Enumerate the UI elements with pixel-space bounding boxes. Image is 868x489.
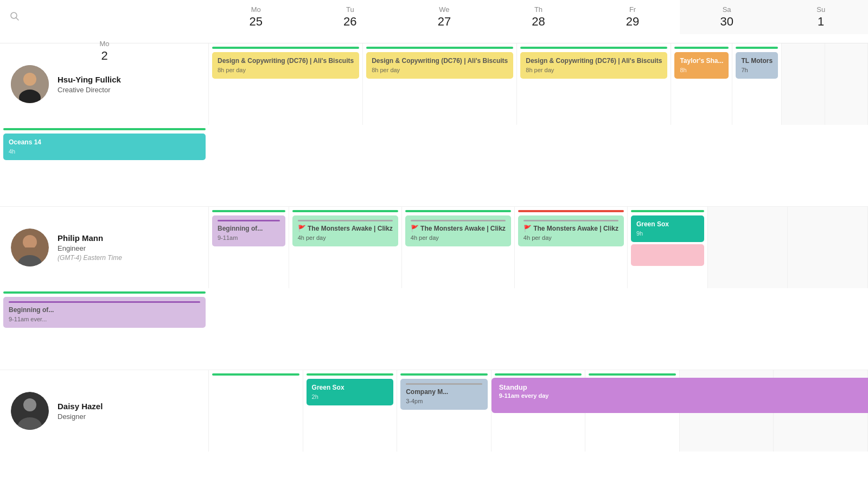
avatar-hsu-ying: [11, 65, 49, 103]
svg-rect-8: [23, 247, 37, 253]
svg-line-1: [16, 17, 19, 20]
hsu-ying-day-6: [825, 43, 868, 125]
philip-day-4: Green Sox 9h: [628, 207, 708, 288]
person-row-philip: Philip Mann Engineer (GMT-4) Eastern Tim…: [0, 207, 868, 370]
daisy-day-7: [0, 452, 209, 489]
avail-bar: [518, 210, 624, 212]
calendar-body: Hsu-Ying Fullick Creative Director Desig…: [0, 43, 868, 489]
avatar-philip: [11, 228, 49, 266]
avail-bar: [589, 373, 676, 376]
hsu-ying-day-3: Taylor's Sha... 8h: [671, 43, 732, 125]
search-icon[interactable]: [10, 11, 20, 23]
day-header-4: Fr 29: [585, 0, 680, 34]
person-row-daisy: Daisy Hazel Designer Green Sox 2h: [0, 370, 868, 489]
daisy-day-3: Standup 9-11am every day: [492, 370, 586, 452]
philip-day-6: [788, 207, 868, 288]
person-rows: Hsu-Ying Fullick Creative Director Desig…: [0, 43, 868, 489]
avail-bar: [212, 373, 299, 376]
person-role-daisy: Designer: [58, 412, 103, 421]
avail-bar: [736, 47, 778, 49]
philip-day-1: 🚩 The Monsters Awake | Clikz 4h per day: [289, 207, 402, 288]
day-header-6: Su 1: [774, 0, 868, 34]
person-details-daisy: Daisy Hazel Designer: [58, 402, 103, 421]
day-header-0: Mo 25: [209, 0, 303, 34]
avail-bar: [212, 47, 359, 49]
person-info-daisy: Daisy Hazel Designer: [0, 370, 209, 452]
daisy-day-1: Green Sox 2h: [303, 370, 398, 452]
event-block[interactable]: Design & Copywriting (DC76) | Ali's Bisc…: [366, 52, 513, 79]
day-header-2: We 27: [397, 0, 492, 34]
standup-event[interactable]: Standup 9-11am every day: [492, 378, 868, 413]
philip-day-2: 🚩 The Monsters Awake | Clikz 4h per day: [402, 207, 515, 288]
avail-bar: [495, 373, 582, 376]
avail-bar: [307, 373, 394, 376]
philip-day-7: Beginning of... 9-11am ever...: [0, 288, 209, 370]
event-block[interactable]: 🚩 The Monsters Awake | Clikz 4h per day: [518, 215, 624, 246]
avail-bar: [674, 47, 729, 49]
person-role-philip: Engineer: [58, 244, 122, 252]
event-block[interactable]: Green Sox 9h: [631, 215, 704, 242]
calendar-header: Mo 25 Tu 26 We 27 Th 28 Fr 29 Sa 30 Su 1…: [0, 0, 868, 43]
svg-point-6: [23, 235, 37, 249]
person-details-philip: Philip Mann Engineer (GMT-4) Eastern Tim…: [58, 233, 122, 262]
avail-bar: [366, 47, 513, 49]
event-block[interactable]: Design & Copywriting (DC76) | Ali's Bisc…: [520, 52, 667, 79]
hsu-ying-day-5: [782, 43, 825, 125]
avail-bar: [3, 128, 206, 130]
avail-bar: [292, 210, 398, 212]
hsu-ying-day-1: Design & Copywriting (DC76) | Ali's Bisc…: [363, 43, 517, 125]
person-row-hsu-ying: Hsu-Ying Fullick Creative Director Desig…: [0, 43, 868, 207]
avail-bar: [520, 47, 667, 49]
person-name-hsu-ying: Hsu-Ying Fullick: [58, 75, 121, 84]
person-role-hsu-ying: Creative Director: [58, 86, 121, 94]
person-info-hsu-ying: Hsu-Ying Fullick Creative Director: [0, 43, 209, 125]
philip-day-5: [708, 207, 788, 288]
event-block[interactable]: 🚩 The Monsters Awake | Clikz 4h per day: [292, 215, 398, 246]
daisy-day-0: [209, 370, 303, 452]
event-block[interactable]: Company M... 3-4pm: [400, 379, 488, 410]
event-block[interactable]: 🚩 The Monsters Awake | Clikz 4h per day: [405, 215, 511, 246]
hsu-ying-day-7: Oceans 14 4h: [0, 125, 209, 206]
event-block[interactable]: TL Motors 7h: [736, 52, 778, 79]
hsu-ying-day-0: Design & Copywriting (DC76) | Ali's Bisc…: [209, 43, 363, 125]
philip-day-0: Beginning of... 9-11am: [209, 207, 289, 288]
event-block[interactable]: Green Sox 2h: [307, 379, 394, 405]
search-cell[interactable]: [0, 11, 209, 23]
avail-bar: [631, 210, 704, 212]
avail-bar: [400, 373, 488, 376]
person-tz-philip: (GMT-4) Eastern Time: [58, 254, 122, 262]
avail-bar: [212, 210, 285, 212]
person-name-daisy: Daisy Hazel: [58, 402, 103, 411]
person-details-hsu-ying: Hsu-Ying Fullick Creative Director: [58, 75, 121, 94]
event-block[interactable]: Beginning of... 9-11am: [212, 215, 285, 246]
hsu-ying-day-4: TL Motors 7h: [732, 43, 782, 125]
avail-bar: [3, 291, 206, 294]
event-block[interactable]: Beginning of... 9-11am ever...: [3, 297, 206, 328]
svg-point-10: [23, 398, 36, 411]
avail-bar: [405, 210, 511, 212]
event-block-extra[interactable]: [631, 244, 704, 266]
avatar-daisy: [11, 392, 49, 430]
daisy-day-2: Company M... 3-4pm: [397, 370, 492, 452]
philip-day-3: 🚩 The Monsters Awake | Clikz 4h per day: [515, 207, 628, 288]
person-info-philip: Philip Mann Engineer (GMT-4) Eastern Tim…: [0, 207, 209, 288]
event-block[interactable]: Design & Copywriting (DC76) | Ali's Bisc…: [212, 52, 359, 79]
event-block[interactable]: Oceans 14 4h: [3, 134, 206, 160]
day-header-5: Sa 30: [680, 0, 774, 34]
svg-point-3: [23, 73, 36, 86]
person-name-philip: Philip Mann: [58, 233, 122, 243]
event-block[interactable]: Taylor's Sha... 8h: [674, 52, 729, 79]
day-header-1: Tu 26: [303, 0, 398, 34]
hsu-ying-day-2: Design & Copywriting (DC76) | Ali's Bisc…: [517, 43, 671, 125]
day-header-3: Th 28: [492, 0, 586, 34]
